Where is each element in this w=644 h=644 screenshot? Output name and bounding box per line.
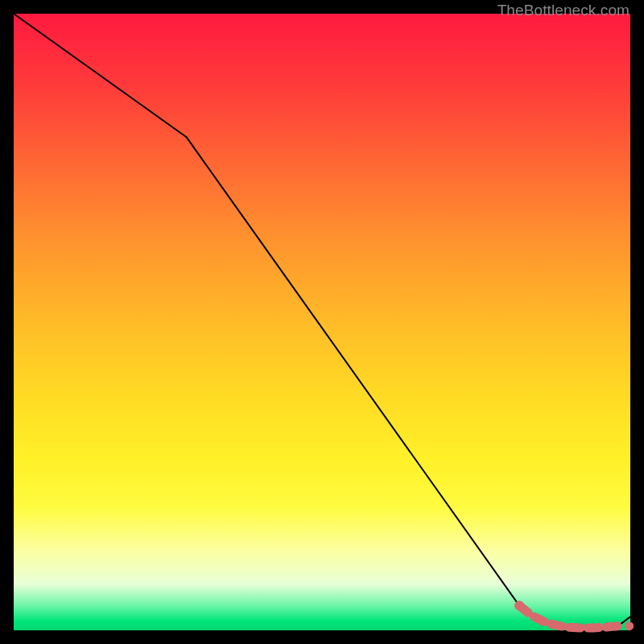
svg-point-0 [514,601,524,610]
svg-point-1 [625,621,634,630]
watermark-text: TheBottleneck.com [497,2,630,19]
marker-segment [514,601,634,630]
main-curve [14,14,630,628]
chart-svg [14,14,630,630]
